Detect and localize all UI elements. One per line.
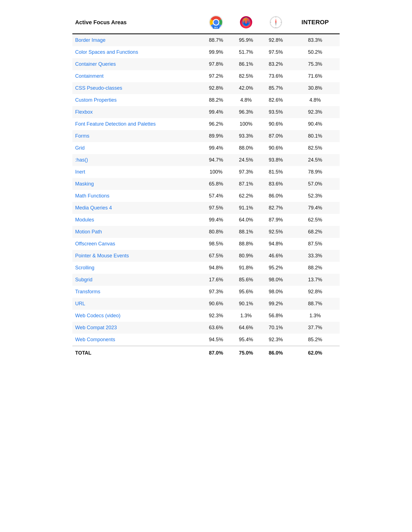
table-row: Media Queries 497.5%91.1%82.7%79.4% — [72, 202, 340, 214]
row-interop: 82.5% — [291, 142, 340, 154]
row-name[interactable]: URL — [72, 298, 201, 310]
row-interop: 75.3% — [291, 58, 340, 70]
row-name[interactable]: Subgrid — [72, 274, 201, 286]
row-safari: 82.6% — [261, 94, 291, 106]
table-row: Web Components94.5%95.4%92.3%85.2% — [72, 334, 340, 346]
row-safari: 70.1% — [261, 322, 291, 334]
row-safari: 86.0% — [261, 190, 291, 202]
row-name[interactable]: Inert — [72, 166, 201, 178]
safari-icon — [269, 16, 283, 29]
row-safari: 98.0% — [261, 286, 291, 298]
row-safari: 81.5% — [261, 166, 291, 178]
table-row: CSS Pseudo-classes92.8%42.0%85.7%30.8% — [72, 82, 340, 94]
row-interop: 37.7% — [291, 322, 340, 334]
row-firefox: 88.8% — [231, 238, 261, 250]
table-row: Border Image88.7%95.9%92.8%83.3% — [72, 34, 340, 47]
row-firefox: 87.1% — [231, 178, 261, 190]
svg-point-2 — [214, 20, 219, 25]
table-row: Masking65.8%87.1%83.6%57.0% — [72, 178, 340, 190]
row-name[interactable]: Media Queries 4 — [72, 202, 201, 214]
row-interop: 57.0% — [291, 178, 340, 190]
row-name[interactable]: Pointer & Mouse Events — [72, 250, 201, 262]
row-firefox: 88.1% — [231, 226, 261, 238]
row-chrome: 80.8% — [201, 226, 231, 238]
row-safari: 56.8% — [261, 310, 291, 322]
row-name[interactable]: :has() — [72, 154, 201, 166]
row-chrome: 17.6% — [201, 274, 231, 286]
row-name[interactable]: Flexbox — [72, 106, 201, 118]
row-safari: 87.9% — [261, 214, 291, 226]
row-chrome: 94.8% — [201, 262, 231, 274]
row-chrome: 65.8% — [201, 178, 231, 190]
svg-text:DEV: DEV — [214, 26, 218, 28]
row-name[interactable]: Web Compat 2023 — [72, 322, 201, 334]
row-chrome: 89.9% — [201, 130, 231, 142]
row-firefox: 95.4% — [231, 334, 261, 346]
row-firefox: 80.9% — [231, 250, 261, 262]
table-row: Web Compat 202363.6%64.6%70.1%37.7% — [72, 322, 340, 334]
row-firefox: 24.5% — [231, 154, 261, 166]
row-name[interactable]: Container Queries — [72, 58, 201, 70]
row-name[interactable]: Color Spaces and Functions — [72, 46, 201, 58]
row-firefox: 42.0% — [231, 82, 261, 94]
row-safari: 93.8% — [261, 154, 291, 166]
row-interop: 85.2% — [291, 334, 340, 346]
row-chrome: 67.5% — [201, 250, 231, 262]
row-chrome: 87.0% — [201, 346, 231, 360]
row-name: TOTAL — [72, 346, 201, 360]
row-safari: 83.6% — [261, 178, 291, 190]
row-chrome: 96.2% — [201, 118, 231, 130]
row-name[interactable]: Containment — [72, 70, 201, 82]
row-interop: 88.7% — [291, 298, 340, 310]
row-name[interactable]: Web Codecs (video) — [72, 310, 201, 322]
row-name[interactable]: Modules — [72, 214, 201, 226]
row-name[interactable]: Custom Properties — [72, 94, 201, 106]
main-container: Active Focus Areas — [72, 11, 340, 360]
row-chrome: 88.2% — [201, 94, 231, 106]
row-firefox: 64.0% — [231, 214, 261, 226]
row-firefox: 97.3% — [231, 166, 261, 178]
row-firefox: 91.1% — [231, 202, 261, 214]
row-interop: 50.2% — [291, 46, 340, 58]
row-name[interactable]: Font Feature Detection and Palettes — [72, 118, 201, 130]
row-chrome: 99.9% — [201, 46, 231, 58]
row-interop: 83.3% — [291, 34, 340, 47]
table-header-row: Active Focus Areas — [72, 11, 340, 34]
focus-areas-table: Active Focus Areas — [72, 11, 340, 360]
row-safari: 92.5% — [261, 226, 291, 238]
row-chrome: 94.5% — [201, 334, 231, 346]
row-name[interactable]: Forms — [72, 130, 201, 142]
row-chrome: 99.4% — [201, 142, 231, 154]
row-name[interactable]: Grid — [72, 142, 201, 154]
header-chrome: DEV — [201, 11, 231, 34]
row-safari: 99.2% — [261, 298, 291, 310]
header-firefox — [231, 11, 261, 34]
row-name[interactable]: Web Components — [72, 334, 201, 346]
row-name[interactable]: Motion Path — [72, 226, 201, 238]
row-firefox: 1.3% — [231, 310, 261, 322]
table-row: :has()94.7%24.5%93.8%24.5% — [72, 154, 340, 166]
row-name[interactable]: Masking — [72, 178, 201, 190]
row-name[interactable]: Math Functions — [72, 190, 201, 202]
table-row: Custom Properties88.2%4.8%82.6%4.8% — [72, 94, 340, 106]
table-row: Math Functions57.4%62.2%86.0%52.3% — [72, 190, 340, 202]
row-interop: 92.8% — [291, 286, 340, 298]
row-name[interactable]: CSS Pseudo-classes — [72, 82, 201, 94]
table-row: Offscreen Canvas98.5%88.8%94.8%87.5% — [72, 238, 340, 250]
row-safari: 86.0% — [261, 346, 291, 360]
row-safari: 98.0% — [261, 274, 291, 286]
row-interop: 88.2% — [291, 262, 340, 274]
row-firefox: 75.0% — [231, 346, 261, 360]
table-row: Pointer & Mouse Events67.5%80.9%46.6%33.… — [72, 250, 340, 262]
row-interop: 79.4% — [291, 202, 340, 214]
row-chrome: 90.6% — [201, 298, 231, 310]
table-row: Forms89.9%93.3%87.0%80.1% — [72, 130, 340, 142]
row-name[interactable]: Offscreen Canvas — [72, 238, 201, 250]
row-name[interactable]: Scrolling — [72, 262, 201, 274]
row-interop: 87.5% — [291, 238, 340, 250]
row-name[interactable]: Border Image — [72, 34, 201, 47]
row-name[interactable]: Transforms — [72, 286, 201, 298]
table-row: Color Spaces and Functions99.9%51.7%97.5… — [72, 46, 340, 58]
row-safari: 95.2% — [261, 262, 291, 274]
row-firefox: 51.7% — [231, 46, 261, 58]
